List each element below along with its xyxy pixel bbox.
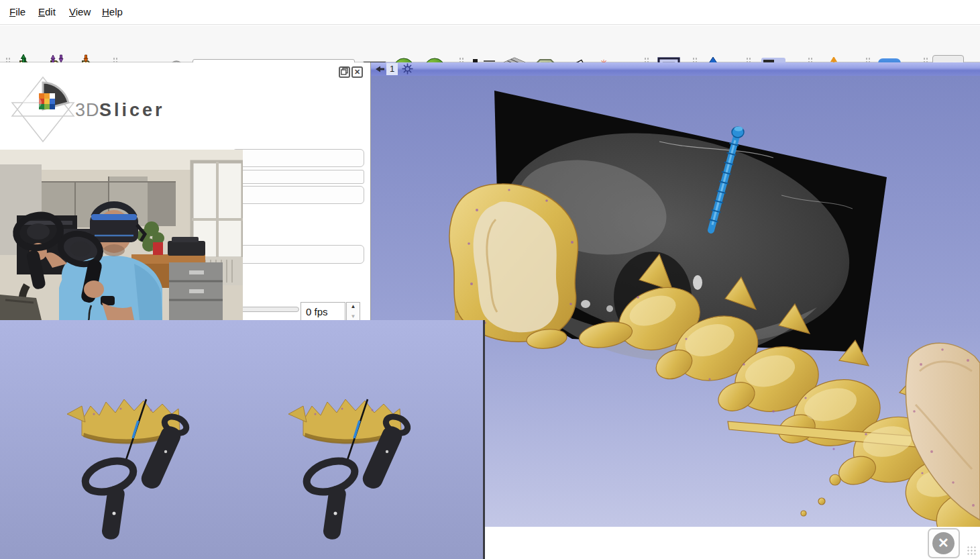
panel-collapsible-section[interactable]: [232, 149, 364, 167]
menu-file[interactable]: File: [9, 6, 25, 17]
menu-view[interactable]: View: [69, 6, 91, 17]
close-icon: ✕: [932, 532, 955, 554]
close-overlay-button[interactable]: ✕: [928, 528, 960, 558]
panel-close-button[interactable]: ✕: [351, 66, 363, 78]
threed-view-controller-bar[interactable]: 1: [371, 62, 980, 76]
fps-value: 0 fps: [306, 306, 328, 317]
vr-background: [0, 320, 483, 559]
menu-edit[interactable]: Edit: [38, 6, 56, 17]
logo-text-slicer: Slicer: [99, 100, 165, 120]
view-name-badge: 1: [386, 63, 398, 75]
menu-bar: File Edit View Help: [0, 0, 980, 25]
pin-icon[interactable]: [374, 64, 385, 74]
vr-mirror-window: [0, 320, 485, 559]
spin-up-icon[interactable]: ▲: [347, 303, 360, 309]
popout-icon: [341, 68, 348, 75]
app-window: File Edit View Help DATA DCM: [0, 0, 980, 559]
logo-text-3d: 3D: [75, 100, 100, 120]
resize-grip[interactable]: [967, 546, 977, 556]
view-controller-icon[interactable]: [402, 63, 413, 74]
panel-popout-button[interactable]: [339, 66, 350, 78]
slicer-logo: 3D Slicer: [4, 74, 178, 148]
panel-field[interactable]: [232, 170, 364, 184]
fps-spinbox[interactable]: 0 fps: [301, 302, 345, 321]
toolbar: DATA DCM SAVE Mod: [0, 26, 980, 62]
panel-collapsible-section[interactable]: [232, 245, 364, 264]
webcam-video-overlay: [0, 150, 243, 320]
fps-spin-buttons[interactable]: ▲ ▼: [346, 302, 360, 321]
spin-down-icon[interactable]: ▼: [347, 313, 360, 319]
menu-help[interactable]: Help: [102, 6, 123, 17]
bone-left-chunk: [449, 184, 578, 342]
panel-collapsible-section[interactable]: [232, 186, 364, 204]
bottom-bar: ✕: [485, 527, 980, 559]
close-icon: ✕: [354, 68, 360, 76]
